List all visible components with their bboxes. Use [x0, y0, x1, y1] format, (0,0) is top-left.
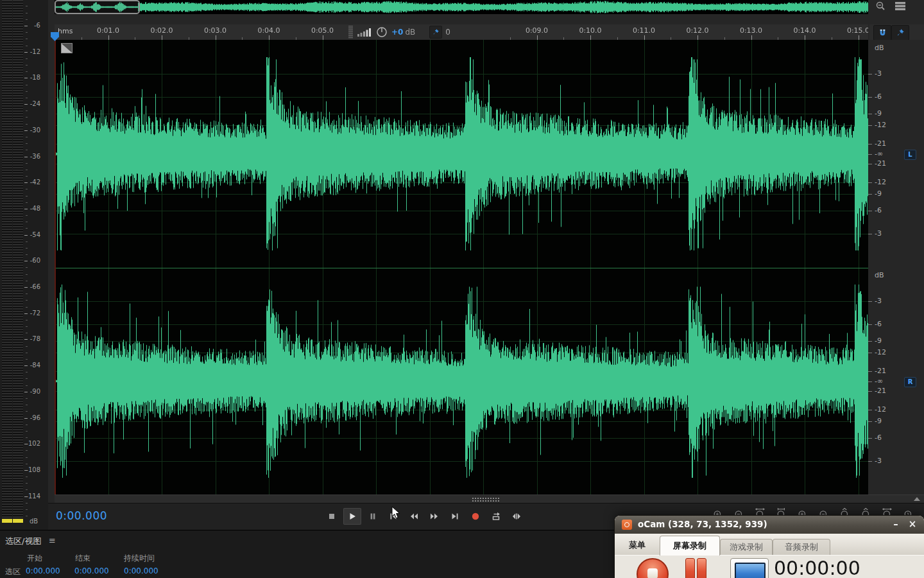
panel-menu-icon[interactable]: ≡	[49, 536, 56, 545]
meter-tick	[26, 353, 28, 353]
overview-selection-box[interactable]	[55, 0, 140, 14]
ocam-tab-2[interactable]: 游戏录制	[720, 539, 773, 555]
scale-db-label: -21	[875, 140, 886, 148]
ruler-time-label: 0:02.0	[150, 26, 173, 35]
meter-tick	[26, 39, 28, 39]
timeline-ruler[interactable]: hms 0:01.00:02.00:03.00:04.00:05.00:06.0…	[55, 24, 868, 40]
record-button[interactable]	[637, 558, 669, 578]
ocam-titlebar[interactable]: oCam (328, 73, 1352, 939) – ×	[615, 516, 924, 534]
scale-tick	[868, 371, 872, 372]
selection-time-value[interactable]: 0:00.000	[26, 566, 60, 575]
level-meter-right	[13, 0, 23, 518]
loop-playback-button[interactable]	[487, 508, 505, 525]
panel-menu-icon[interactable]	[893, 1, 907, 11]
ruler-time-label: 0:12.0	[686, 26, 708, 35]
hud-grip-handle[interactable]	[348, 26, 353, 39]
fast-forward-icon	[429, 511, 440, 521]
meter-db-label: -6	[24, 22, 40, 29]
marker-pin-button[interactable]	[891, 25, 909, 40]
scale-neg-infinity-label: -∞	[875, 378, 883, 385]
rewind-button[interactable]	[405, 508, 423, 525]
scroll-up-arrow-icon[interactable]	[914, 497, 920, 501]
meter-tick	[26, 372, 28, 372]
ocam-window-title: oCam (328, 73, 1352, 939)	[638, 519, 767, 529]
ocam-content: 00:00:00	[615, 555, 924, 578]
selection-time-value[interactable]: 0:00.000	[124, 566, 158, 575]
meter-tick	[26, 457, 28, 458]
ruler-tick-major	[697, 35, 698, 40]
corner-properties-widget[interactable]	[61, 43, 73, 53]
ruler-time-label: 0:04.0	[257, 26, 280, 35]
selection-time-value[interactable]: 0:00.000	[74, 566, 109, 575]
ruler-time-label: 0:05.0	[311, 26, 334, 35]
skip-to-next-button[interactable]	[446, 508, 464, 525]
panel-divider[interactable]	[55, 495, 924, 504]
pause-button-bar-left[interactable]	[685, 558, 695, 578]
meter-db-label: -78	[24, 336, 40, 342]
pause-button[interactable]	[364, 508, 382, 525]
fast-forward-button[interactable]	[425, 508, 443, 525]
meter-tick	[26, 202, 28, 203]
waveform-display[interactable]	[55, 40, 868, 495]
channel-badge-r[interactable]: R	[904, 377, 916, 387]
meter-db-label: -96	[24, 415, 40, 421]
close-button[interactable]: ×	[906, 518, 919, 530]
meter-tick	[26, 98, 28, 98]
gain-knob[interactable]	[376, 26, 388, 38]
scale-db-label: -3	[875, 70, 882, 78]
meter-tick	[26, 378, 28, 379]
amplitude-scale[interactable]: dB-3-3-6-6-9-9-12-12-21-21-∞LdB-3-3-6-6-…	[868, 40, 924, 495]
scale-tick	[868, 381, 872, 382]
screen-select-button[interactable]	[730, 558, 769, 578]
scale-tick	[868, 144, 872, 144]
zoom-out-icon[interactable]	[874, 1, 888, 11]
pause-button-bar-right[interactable]	[697, 558, 706, 578]
gain-hud[interactable]: +0 dB 0	[348, 24, 502, 40]
minimize-button[interactable]: –	[889, 518, 902, 530]
ocam-tab-3[interactable]: 音频录制	[773, 539, 830, 555]
play-button[interactable]	[343, 508, 361, 525]
scale-db-label: -6	[875, 320, 882, 328]
meter-tick	[26, 110, 28, 111]
ocam-tab-1[interactable]: 屏幕录制	[660, 536, 720, 556]
meter-db-label: -36	[24, 153, 40, 160]
scale-tick	[868, 74, 872, 74]
overview-waveform[interactable]	[55, 0, 868, 14]
skip-selection-button[interactable]	[508, 508, 526, 525]
meter-db-label: -24	[24, 101, 40, 107]
divider-grip-handle[interactable]	[472, 497, 500, 502]
meter-tick	[26, 405, 28, 405]
ocam-tab-menu[interactable]: 菜单	[629, 539, 646, 551]
meter-db-label: -54	[24, 232, 40, 238]
scale-tick	[868, 301, 872, 302]
waveform-canvas[interactable]	[55, 40, 868, 495]
meter-tick	[26, 477, 28, 477]
audio-editor-app: -6-12-18-24-30-36-42-48-54-60-66-72-78-8…	[0, 0, 924, 578]
column-header: 持续时间	[124, 553, 155, 564]
meter-tick	[26, 254, 28, 255]
pin-icon	[432, 28, 440, 36]
meter-db-label: -30	[24, 127, 40, 134]
meter-tick	[26, 215, 28, 216]
scale-db-label: -6	[875, 93, 882, 101]
gain-value[interactable]: +0	[391, 28, 403, 37]
scale-neg-infinity-label: -∞	[875, 150, 883, 158]
ocam-window[interactable]: oCam (328, 73, 1352, 939) – × 菜单屏幕录制游戏录制…	[615, 516, 924, 578]
meter-tick	[26, 71, 28, 72]
level-meter-panel: -6-12-18-24-30-36-42-48-54-60-66-72-78-8…	[0, 0, 48, 530]
channel-badge-l[interactable]: L	[904, 150, 916, 160]
snap-magnet-button[interactable]	[873, 25, 891, 40]
meter-db-label: -18	[24, 74, 40, 81]
overview-waveform-canvas[interactable]	[55, 0, 868, 14]
record-button[interactable]	[466, 508, 484, 525]
meter-tick	[26, 503, 28, 504]
hud-pin-button[interactable]	[429, 26, 442, 39]
meter-tick	[26, 431, 28, 432]
ruler-tick-major	[537, 35, 538, 40]
recording-timer: 00:00:00	[774, 557, 860, 578]
meter-tick	[26, 248, 28, 249]
column-header: 结束	[75, 553, 90, 564]
stop-button[interactable]	[323, 508, 341, 525]
scale-tick	[868, 438, 872, 439]
scale-tick	[868, 194, 872, 195]
